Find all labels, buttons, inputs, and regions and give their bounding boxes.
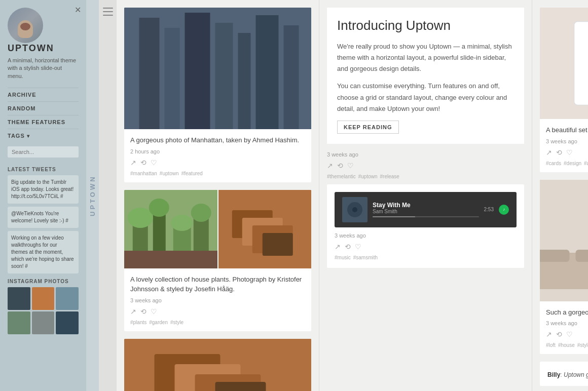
tag-manhattan[interactable]: #manhattan: [130, 171, 157, 176]
sidebar-item-theme-features[interactable]: THEME FEATURES: [8, 115, 79, 129]
post-plants-body: A lovely collection of house plants. Pho…: [124, 268, 311, 331]
intro-body-2: You can customise everything. Turn featu…: [337, 81, 514, 114]
sidebar: ✕ UPTOWN A minimal, horizontal theme wit…: [0, 0, 86, 391]
tag-art[interactable]: #art: [584, 161, 588, 166]
tag-samsmith[interactable]: #samsmith: [353, 255, 378, 260]
card-image: [540, 8, 588, 119]
music-actions: ↗ ⟲ ♡: [335, 243, 517, 251]
post-plants: A lovely collection of house plants. Pho…: [124, 190, 311, 331]
repost-icon[interactable]: ⟲: [140, 159, 146, 167]
quote-post: Billy: Uptown girl: [540, 362, 588, 386]
post-plants-caption: A lovely collection of house plants. Pho…: [130, 275, 305, 294]
music-post: Stay With Me Sam Smith 2:53 ♪ 3 weeks ag…: [327, 184, 524, 268]
instagram-photo-5[interactable]: [32, 311, 55, 334]
tag-plants[interactable]: #plants: [130, 320, 146, 325]
loft-image: [540, 180, 588, 301]
tag-cards[interactable]: #cards: [546, 161, 561, 166]
like-icon-4[interactable]: ♡: [347, 162, 354, 170]
instagram-title: INSTAGRAM PHOTOS: [8, 279, 79, 284]
avatar: [8, 8, 43, 43]
tag-loft[interactable]: #loft: [546, 342, 556, 348]
music-progress-bar[interactable]: [373, 216, 479, 217]
tag-garden[interactable]: #garden: [149, 320, 168, 325]
instagram-photo-4[interactable]: [8, 311, 30, 334]
search-input[interactable]: [8, 146, 79, 158]
sidebar-item-random[interactable]: RANDOM: [8, 101, 79, 115]
repost-icon-2[interactable]: ⟲: [140, 307, 146, 316]
tag-featured[interactable]: #featured: [181, 171, 203, 176]
share-icon-5[interactable]: ↗: [335, 243, 341, 251]
svg-point-15: [149, 199, 169, 217]
hamburger-icon[interactable]: [103, 8, 113, 16]
svg-rect-23: [262, 233, 292, 256]
svg-rect-36: [574, 22, 588, 105]
like-icon-5[interactable]: ♡: [355, 243, 361, 251]
intro-body-1: We're really proud to show you Uptown — …: [337, 41, 514, 74]
plants-image: [124, 190, 217, 268]
keep-reading-button[interactable]: Keep Reading: [337, 121, 399, 134]
svg-point-14: [128, 208, 153, 228]
instagram-photo-6[interactable]: [56, 311, 79, 334]
intro-post-footer: 3 weeks ago ↗ ⟲ ♡ #themelantic #uptown #…: [327, 151, 524, 184]
tag-uptown[interactable]: #uptown: [160, 171, 179, 176]
spotify-icon[interactable]: ♪: [499, 205, 509, 215]
column-3: A beautiful set of playing card designs.…: [532, 0, 588, 391]
share-icon[interactable]: ↗: [130, 159, 136, 167]
tag-music[interactable]: #music: [335, 255, 351, 260]
post-loft-tags: #loft #house #style: [546, 342, 588, 348]
tag-house[interactable]: #house: [558, 342, 575, 348]
music-time: 2:53: [484, 207, 494, 212]
repost-icon-6[interactable]: ⟲: [556, 148, 562, 157]
svg-point-17: [191, 204, 211, 222]
column-2: Introducing Uptown We're really proud to…: [319, 0, 532, 391]
like-icon-7[interactable]: ♡: [566, 330, 573, 338]
post-plants-images: [124, 190, 311, 268]
sidebar-item-archive[interactable]: ARCHIVE: [8, 88, 79, 101]
sidebar-title: UPTOWN: [8, 43, 79, 54]
tag-uptown-2[interactable]: #uptown: [358, 174, 378, 179]
music-progress-fill: [373, 216, 415, 217]
manhattan-image: [124, 8, 311, 129]
share-icon-2[interactable]: ↗: [130, 307, 136, 316]
music-player: Stay With Me Sam Smith 2:53 ♪: [335, 192, 517, 227]
share-icon-7[interactable]: ↗: [546, 330, 552, 338]
intro-time: 3 weeks ago: [327, 151, 524, 158]
repost-icon-5[interactable]: ⟲: [345, 243, 351, 251]
share-icon-6[interactable]: ↗: [546, 148, 552, 157]
post-loft-body: Such a gorgeous loft space. 3 weeks ago …: [540, 301, 588, 355]
tweet-3: Working on a few video walkthroughs for …: [8, 231, 79, 273]
instagram-photo-3[interactable]: [56, 287, 79, 310]
post-plants-time: 3 weeks ago: [130, 297, 305, 303]
music-tags: #music #samsmith: [335, 255, 517, 260]
repost-icon-4[interactable]: ⟲: [337, 162, 343, 170]
tweet-2: @WeTieKnots You're welcome! Lovely site …: [8, 207, 79, 228]
main-content: A gorgeous photo of Manhattan, taken by …: [99, 0, 588, 391]
instagram-photo-2[interactable]: [32, 287, 55, 310]
wallets-image: [218, 190, 312, 268]
chevron-down-icon: ▾: [27, 133, 30, 139]
post-cards-tags: #cards #design #art: [546, 161, 588, 166]
share-icon-4[interactable]: ↗: [327, 162, 333, 170]
tag-themelantic[interactable]: #themelantic: [327, 174, 356, 179]
post-cards: A beautiful set of playing card designs.…: [540, 8, 588, 172]
like-icon-6[interactable]: ♡: [566, 148, 573, 157]
sidebar-item-tags[interactable]: TAGS ▾: [8, 129, 79, 142]
like-icon-2[interactable]: ♡: [151, 307, 157, 316]
post-manhattan-caption: A gorgeous photo of Manhattan, taken by …: [130, 135, 305, 145]
instagram-photo-1[interactable]: [8, 287, 30, 310]
like-icon[interactable]: ♡: [151, 159, 157, 167]
post-wallets: A gorgeous selection of leather wallets.…: [124, 339, 311, 392]
music-time-label: 3 weeks ago: [335, 232, 517, 239]
close-icon[interactable]: ✕: [75, 5, 81, 15]
repost-icon-7[interactable]: ⟲: [556, 330, 562, 338]
column-1: A gorgeous photo of Manhattan, taken by …: [117, 0, 319, 391]
tag-style[interactable]: #style: [170, 320, 183, 325]
tag-style-3[interactable]: #style: [577, 342, 588, 348]
svg-rect-8: [124, 8, 311, 129]
vertical-brand-label: UPTOWN: [86, 0, 99, 391]
post-plants-actions: ↗ ⟲ ♡: [130, 307, 305, 316]
tweet-1: Big update to the Tumblr iOS app today. …: [8, 175, 79, 204]
tag-design[interactable]: #design: [564, 161, 581, 166]
intro-actions: ↗ ⟲ ♡: [327, 162, 524, 170]
tag-release[interactable]: #release: [380, 174, 399, 179]
